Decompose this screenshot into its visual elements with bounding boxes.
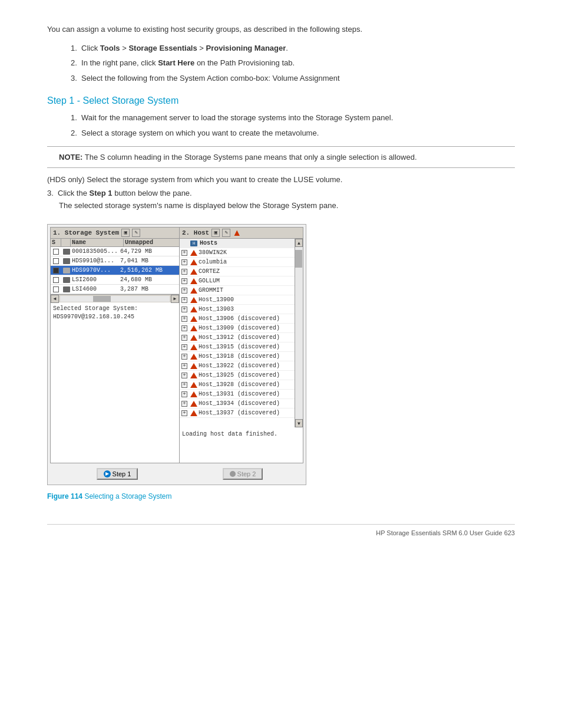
- host-list-area: H Hosts + 380WIN2K + columbia: [180, 239, 295, 427]
- host-scrollbar-v: ▲ ▼: [295, 239, 303, 427]
- storage-unmapped-4: 3,287 MB: [120, 286, 179, 292]
- host-row[interactable]: + Host_13928 (discovered): [180, 380, 295, 390]
- host-row[interactable]: + Host_13909 (discovered): [180, 324, 295, 333]
- expand-icon[interactable]: +: [181, 391, 187, 397]
- host-copy-icon[interactable]: ▣: [211, 229, 220, 237]
- checkbox-2[interactable]: [53, 268, 59, 274]
- step1-button-icon: ▶: [104, 470, 111, 477]
- scroll-right-btn[interactable]: ▶: [171, 295, 179, 303]
- expand-icon[interactable]: +: [181, 363, 187, 369]
- host-row[interactable]: + Host_13934 (discovered): [180, 399, 295, 409]
- checkbox-0[interactable]: [53, 249, 59, 255]
- host-name: Host_13918 (discovered): [199, 353, 295, 360]
- step-intro-1: 1. Click Tools > Storage Essentials > Pr…: [71, 42, 515, 55]
- panels-row: 1. Storage System ▣ ✎ S Name Unmapped 00…: [50, 227, 303, 463]
- host-row[interactable]: + GROMMIT: [180, 286, 295, 295]
- host-row[interactable]: + Host_13912 (discovered): [180, 333, 295, 342]
- figure-caption: Figure 114 Selecting a Storage System: [47, 492, 515, 500]
- host-edit-icon[interactable]: ✎: [222, 229, 230, 237]
- host-name: Host_13928 (discovered): [199, 381, 295, 388]
- expand-icon[interactable]: +: [181, 354, 187, 360]
- host-row[interactable]: + Host_13900: [180, 295, 295, 305]
- host-row[interactable]: + Host_13906 (discovered): [180, 314, 295, 324]
- hosts-group-icon: H: [190, 241, 197, 246]
- step3-sub: The selected storage system's name is di…: [47, 201, 515, 210]
- checkbox-4[interactable]: [53, 286, 59, 292]
- expand-icon[interactable]: +: [181, 344, 187, 350]
- storage-row[interactable]: LSI4600 3,287 MB: [51, 285, 179, 294]
- storage-name-4: LSI4600: [72, 286, 120, 292]
- host-icon: [190, 391, 197, 397]
- scroll-down-btn[interactable]: ▼: [295, 419, 303, 427]
- host-row[interactable]: + Host_13925 (discovered): [180, 371, 295, 380]
- storage-row[interactable]: 0001835005... 64,729 MB: [51, 247, 179, 256]
- disk-icon-2: [63, 268, 70, 274]
- host-name: 380WIN2K: [199, 249, 295, 256]
- scroll-up-btn[interactable]: ▲: [295, 239, 303, 247]
- host-panel-inner: H Hosts + 380WIN2K + columbia: [180, 239, 303, 427]
- expand-icon[interactable]: +: [181, 410, 187, 416]
- host-row[interactable]: + Host_13915 (discovered): [180, 342, 295, 352]
- storage-system-panel: 1. Storage System ▣ ✎ S Name Unmapped 00…: [50, 227, 180, 463]
- host-icon: [190, 288, 197, 294]
- host-row[interactable]: + columbia: [180, 258, 295, 267]
- host-icon: [190, 297, 197, 303]
- expand-icon[interactable]: +: [181, 373, 187, 378]
- expand-icon[interactable]: +: [181, 250, 187, 256]
- step-intro-2: 2. In the right pane, click Start Here o…: [71, 57, 515, 70]
- host-name: Host_13934 (discovered): [199, 400, 295, 407]
- checkbox-3[interactable]: [53, 277, 59, 283]
- host-name: columbia: [199, 259, 295, 265]
- figure-container: 1. Storage System ▣ ✎ S Name Unmapped 00…: [47, 224, 306, 485]
- expand-icon[interactable]: +: [181, 269, 187, 275]
- host-row[interactable]: + Host_13922 (discovered): [180, 361, 295, 371]
- hds-note: (HDS only) Select the storage system fro…: [47, 175, 515, 184]
- host-row[interactable]: + Host_13918 (discovered): [180, 352, 295, 361]
- host-row[interactable]: + Host_13903: [180, 305, 295, 314]
- expand-icon[interactable]: +: [181, 401, 187, 407]
- note-box: NOTE: The S column heading in the Storag…: [47, 146, 515, 168]
- substep-2: 2. Select a storage system on which you …: [71, 127, 515, 140]
- host-icon: [190, 335, 197, 341]
- storage-row-selected[interactable]: HDS9970V... 2,516,262 MB: [51, 266, 179, 275]
- host-name: Host_13900: [199, 297, 295, 303]
- host-name: Host_13915 (discovered): [199, 344, 295, 350]
- host-name: Host_13922 (discovered): [199, 363, 295, 369]
- host-name: Host_13909 (discovered): [199, 325, 295, 331]
- expand-icon[interactable]: +: [181, 278, 187, 284]
- checkbox-1[interactable]: [53, 258, 59, 264]
- storage-edit-icon[interactable]: ✎: [132, 229, 140, 237]
- host-row[interactable]: + CORTEZ: [180, 267, 295, 276]
- step2-button[interactable]: Step 2: [223, 468, 263, 480]
- disk-icon-0: [63, 249, 70, 255]
- expand-icon[interactable]: +: [181, 335, 187, 341]
- host-row[interactable]: + 380WIN2K: [180, 248, 295, 258]
- expand-icon[interactable]: +: [181, 382, 187, 388]
- host-row[interactable]: + Host_13937 (discovered): [180, 409, 295, 418]
- expand-icon[interactable]: +: [181, 316, 187, 322]
- storage-copy-icon[interactable]: ▣: [121, 229, 130, 237]
- expand-icon[interactable]: +: [181, 288, 187, 294]
- expand-icon[interactable]: +: [181, 297, 187, 303]
- storage-unmapped-2: 2,516,262 MB: [120, 267, 179, 274]
- storage-table-header: S Name Unmapped: [51, 239, 179, 247]
- button-row: ▶ Step 1 Step 2: [50, 466, 303, 482]
- host-row[interactable]: + GOLLUM: [180, 276, 295, 286]
- host-row[interactable]: + Host_13931 (discovered): [180, 390, 295, 399]
- disk-icon-3: [63, 277, 70, 283]
- storage-name-2: HDS9970V...: [72, 267, 120, 274]
- section-heading: Step 1 - Select Storage System: [47, 95, 515, 106]
- note-label: NOTE:: [59, 153, 82, 162]
- expand-icon[interactable]: +: [181, 325, 187, 331]
- storage-row[interactable]: HDS9910@1... 7,041 MB: [51, 256, 179, 266]
- host-icon: [190, 259, 197, 265]
- host-icon: [190, 354, 197, 360]
- host-name: Host_13903: [199, 306, 295, 312]
- expand-icon[interactable]: +: [181, 307, 187, 312]
- scroll-left-btn[interactable]: ◀: [51, 295, 59, 303]
- scroll-thumb-v: [295, 250, 302, 268]
- storage-row[interactable]: LSI2600 24,680 MB: [51, 275, 179, 285]
- step1-button[interactable]: ▶ Step 1: [97, 468, 138, 480]
- note-text: The S column heading in the Storage Syst…: [85, 153, 417, 162]
- expand-icon[interactable]: +: [181, 259, 187, 265]
